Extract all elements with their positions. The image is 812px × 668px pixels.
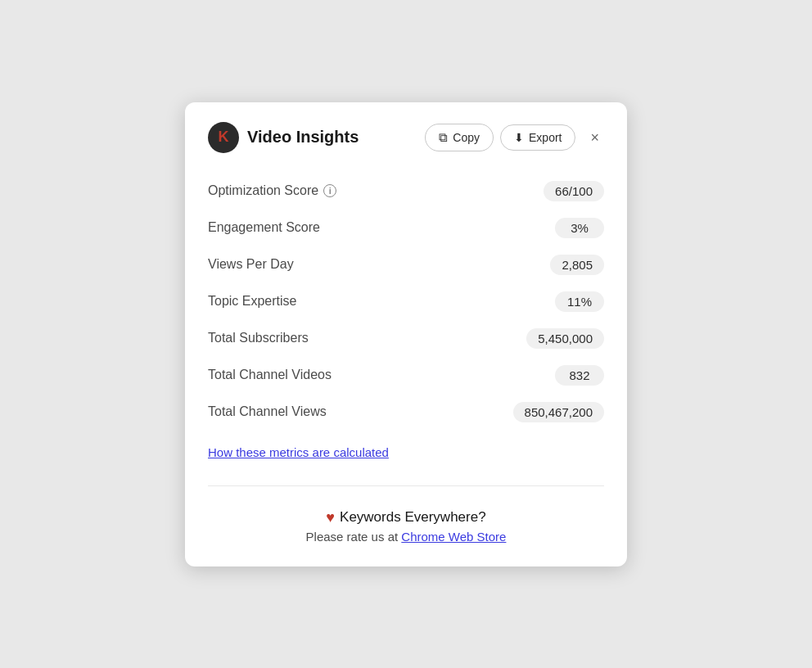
metric-label-text: Views Per Day: [208, 257, 294, 272]
panel-header: K Video Insights ⧉ Copy ⬇ Export ×: [208, 122, 604, 153]
export-label: Export: [529, 131, 562, 144]
footer-tagline: ♥ Keywords Everywhere?: [208, 509, 604, 526]
metric-value-cell: 66/100: [440, 173, 604, 210]
metric-label: Total Subscribers: [208, 331, 440, 345]
metric-row: Total Channel Videos832: [208, 357, 604, 394]
metric-label-cell: Engagement Score: [208, 210, 440, 246]
export-button[interactable]: ⬇ Export: [500, 124, 575, 151]
copy-icon: ⧉: [439, 130, 448, 145]
metric-row: Views Per Day2,805: [208, 246, 604, 283]
chrome-store-link[interactable]: Chrome Web Store: [401, 530, 506, 544]
copy-button[interactable]: ⧉ Copy: [425, 124, 494, 151]
metric-value-cell: 850,467,200: [440, 394, 604, 431]
metric-value-cell: 832: [440, 357, 604, 394]
metric-label: Views Per Day: [208, 257, 440, 272]
metric-value-badge: 2,805: [550, 255, 604, 275]
metric-label-text: Total Channel Views: [208, 404, 327, 419]
metric-value-cell: 5,450,000: [440, 320, 604, 357]
metric-label-text: Topic Expertise: [208, 294, 297, 309]
how-metrics-link[interactable]: How these metrics are calculated: [208, 445, 389, 459]
metric-value-badge: 11%: [555, 291, 604, 312]
logo-avatar: K: [208, 122, 239, 153]
export-icon: ⬇: [514, 131, 524, 144]
metric-label: Total Channel Videos: [208, 368, 440, 382]
metric-row: Total Channel Views850,467,200: [208, 394, 604, 431]
heart-icon: ♥: [326, 509, 335, 526]
panel-title: Video Insights: [247, 128, 359, 147]
metric-row: Optimization Scorei66/100: [208, 173, 604, 210]
footer-sub: Please rate us at Chrome Web Store: [208, 530, 604, 544]
close-icon: ×: [590, 129, 599, 146]
metric-label-cell: Total Subscribers: [208, 320, 440, 357]
metrics-table: Optimization Scorei66/100Engagement Scor…: [208, 173, 604, 431]
metric-label: Total Channel Views: [208, 404, 440, 419]
metric-value-badge: 5,450,000: [526, 328, 604, 349]
metric-label-text: Total Subscribers: [208, 331, 309, 345]
copy-label: Copy: [453, 131, 480, 144]
metric-value-badge: 66/100: [544, 181, 604, 201]
metric-label: Engagement Score: [208, 220, 440, 235]
metric-value-cell: 11%: [440, 283, 604, 320]
metric-label-cell: Topic Expertise: [208, 283, 440, 320]
metric-label-text: Engagement Score: [208, 220, 320, 235]
metric-value-badge: 832: [555, 365, 604, 386]
close-button[interactable]: ×: [585, 127, 604, 148]
video-insights-panel: K Video Insights ⧉ Copy ⬇ Export × Optim…: [185, 102, 627, 566]
header-actions: ⧉ Copy ⬇ Export ×: [425, 124, 604, 151]
metric-label: Optimization Scorei: [208, 183, 440, 198]
info-icon[interactable]: i: [323, 184, 336, 197]
metric-row: Topic Expertise11%: [208, 283, 604, 320]
metric-label-text: Optimization Score: [208, 183, 318, 198]
footer: ♥ Keywords Everywhere? Please rate us at…: [208, 503, 604, 544]
metric-label-cell: Total Channel Videos: [208, 357, 440, 394]
metric-value-cell: 3%: [440, 210, 604, 246]
metric-label-text: Total Channel Videos: [208, 368, 332, 382]
metric-label-cell: Optimization Scorei: [208, 173, 440, 210]
metric-label-cell: Total Channel Views: [208, 394, 440, 431]
metric-value-badge: 3%: [555, 218, 604, 238]
metric-row: Total Subscribers5,450,000: [208, 320, 604, 357]
footer-sub-text: Please rate us at: [306, 530, 402, 544]
footer-tagline-text: Keywords Everywhere?: [340, 509, 486, 526]
metric-row: Engagement Score3%: [208, 210, 604, 246]
metric-value-cell: 2,805: [440, 246, 604, 283]
metric-label: Topic Expertise: [208, 294, 440, 309]
metric-label-cell: Views Per Day: [208, 246, 440, 283]
divider: [208, 485, 604, 486]
header-left: K Video Insights: [208, 122, 359, 153]
metric-value-badge: 850,467,200: [513, 402, 604, 422]
